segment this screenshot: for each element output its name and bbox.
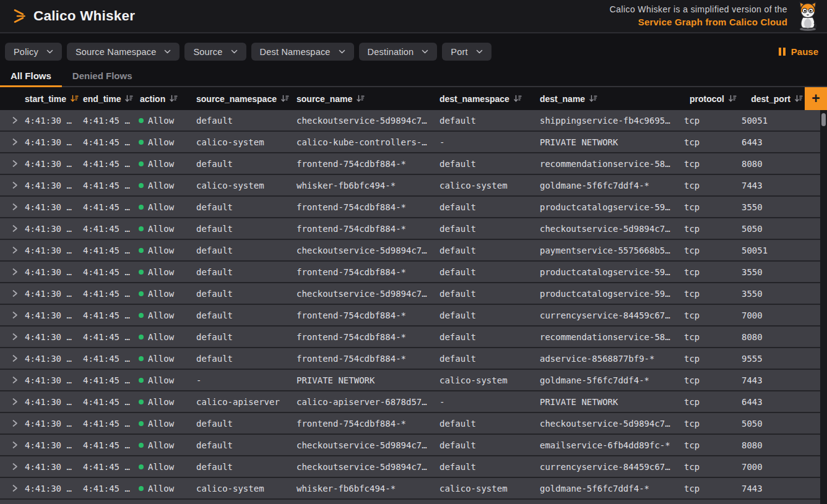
allow-status-dot-icon xyxy=(139,443,144,448)
cell-dest_name: shippingservice-fb4c9695… xyxy=(537,116,682,126)
sort-icon[interactable] xyxy=(589,95,597,103)
sort-icon[interactable] xyxy=(729,95,737,103)
row-expander[interactable] xyxy=(0,116,22,124)
table-row[interactable]: 4:41:30 …4:41:45 …Allowdefaultfrontend-7… xyxy=(0,348,820,370)
cell-action: Allow xyxy=(137,181,194,190)
column-header-start_time[interactable]: start_time xyxy=(22,94,80,104)
row-expander[interactable] xyxy=(0,419,22,427)
row-expander[interactable] xyxy=(0,333,22,341)
row-expander[interactable] xyxy=(0,160,22,168)
sort-icon[interactable] xyxy=(795,95,803,103)
cell-end_time: 4:41:45 … xyxy=(80,246,137,255)
filter-pill-source-namespace[interactable]: Source Namespace xyxy=(67,43,180,61)
cell-dest_namespace: calico-system xyxy=(437,375,537,385)
tab-all-flows[interactable]: All Flows xyxy=(0,66,62,87)
vertical-scrollbar-track[interactable] xyxy=(820,110,827,504)
chevron-right-icon xyxy=(11,181,19,189)
table-row[interactable]: 4:41:30 …4:41:45 …Allowdefaultcheckoutse… xyxy=(0,240,820,262)
cell-source_namespace: default xyxy=(194,116,294,126)
filter-pill-port[interactable]: Port xyxy=(442,43,491,61)
row-expander[interactable] xyxy=(0,311,22,319)
sort-icon[interactable] xyxy=(357,95,365,103)
add-column-button[interactable]: + xyxy=(805,87,827,110)
row-expander[interactable] xyxy=(0,203,22,211)
cell-dest_name: goldmane-5f6fc7ddf4-* xyxy=(537,181,682,190)
column-header-source_name[interactable]: source_name xyxy=(294,94,437,104)
cell-end_time: 4:41:45 … xyxy=(80,462,137,472)
table-row[interactable]: 4:41:30 …4:41:45 …Allowdefaultcheckoutse… xyxy=(0,283,820,305)
vertical-scrollbar-thumb[interactable] xyxy=(821,113,826,126)
row-expander[interactable] xyxy=(0,181,22,189)
cell-dest_namespace: default xyxy=(437,310,537,320)
row-expander[interactable] xyxy=(0,246,22,254)
filter-pill-destination[interactable]: Destination xyxy=(359,43,438,61)
table-row[interactable]: 4:41:30 …4:41:45 …Allowdefaultfrontend-7… xyxy=(0,413,820,435)
column-header-dest_name[interactable]: dest_name xyxy=(537,94,682,104)
table-row[interactable]: 4:41:30 …4:41:45 …Allowcalico-systemwhis… xyxy=(0,478,820,500)
allow-status-dot-icon xyxy=(139,270,144,275)
cell-dest_port: 6443 xyxy=(739,397,820,407)
sort-icon[interactable] xyxy=(125,95,133,103)
action-label: Allow xyxy=(148,181,174,190)
sort-icon[interactable] xyxy=(514,95,522,103)
cell-source_name: frontend-754cdbf884-* xyxy=(294,332,437,342)
table-row[interactable]: 4:41:30 …4:41:45 …Allowcalico-systemcali… xyxy=(0,132,820,153)
chevron-down-icon xyxy=(164,49,171,54)
table-row[interactable]: 4:41:30 …4:41:45 …Allowdefaultfrontend-7… xyxy=(0,305,820,327)
table-row[interactable]: 4:41:30 …4:41:45 …Allow-PRIVATE NETWORKc… xyxy=(0,370,820,391)
action-label: Allow xyxy=(148,289,174,299)
table-row[interactable]: 4:41:30 …4:41:45 …Allowdefaultcheckoutse… xyxy=(0,456,820,478)
column-header-source_namespace[interactable]: source_namespace xyxy=(194,94,294,104)
cell-source_name: checkoutservice-5d9894c7… xyxy=(294,289,437,299)
cell-protocol: tcp xyxy=(682,246,739,255)
column-header-action[interactable]: action xyxy=(137,94,194,104)
cell-dest_name: currencyservice-84459c67… xyxy=(537,310,682,320)
cell-start_time: 4:41:30 … xyxy=(22,375,80,385)
sort-icon[interactable] xyxy=(71,95,79,103)
table-row[interactable]: 4:41:30 …4:41:45 …Allowdefaultfrontend-7… xyxy=(0,153,820,175)
chevron-right-icon xyxy=(11,116,19,124)
column-header-protocol[interactable]: protocol xyxy=(682,94,739,104)
sort-icon[interactable] xyxy=(170,95,178,103)
cell-dest_namespace: default xyxy=(437,419,537,429)
cell-source_name: checkoutservice-5d9894c7… xyxy=(294,116,437,126)
row-expander[interactable] xyxy=(0,376,22,384)
chevron-right-icon xyxy=(11,311,19,319)
row-expander[interactable] xyxy=(0,463,22,471)
row-expander[interactable] xyxy=(0,484,22,492)
chevron-right-icon xyxy=(11,203,19,211)
allow-status-dot-icon xyxy=(139,140,144,145)
cell-dest_port: 7443 xyxy=(739,484,820,493)
cell-dest_namespace: default xyxy=(437,354,537,364)
table-row[interactable]: 4:41:30 …4:41:45 …Allowdefaultfrontend-7… xyxy=(0,262,820,283)
filter-pill-dest-namespace[interactable]: Dest Namespace xyxy=(251,43,354,61)
tab-denied-flows[interactable]: Denied Flows xyxy=(62,66,143,87)
table-row[interactable]: 4:41:30 …4:41:45 …Allowdefaultfrontend-7… xyxy=(0,327,820,348)
cell-source_namespace: calico-apiserver xyxy=(194,397,294,407)
row-expander[interactable] xyxy=(0,354,22,362)
row-expander[interactable] xyxy=(0,289,22,297)
table-row[interactable]: 4:41:30 …4:41:45 …Allowdefaultcheckoutse… xyxy=(0,110,820,132)
row-expander[interactable] xyxy=(0,268,22,276)
row-expander[interactable] xyxy=(0,138,22,146)
table-row[interactable]: 4:41:30 …4:41:45 …Allowdefaultfrontend-7… xyxy=(0,197,820,218)
table-row[interactable]: 4:41:30 …4:41:45 …Allowcalico-systemwhis… xyxy=(0,175,820,197)
row-expander[interactable] xyxy=(0,441,22,449)
cell-dest_port: 50051 xyxy=(739,246,820,255)
table-row[interactable]: 4:41:30 …4:41:45 …Allowdefaultfrontend-7… xyxy=(0,218,820,240)
table-row[interactable]: 4:41:30 …4:41:45 …Allowdefaultcheckoutse… xyxy=(0,435,820,456)
column-header-dest_namespace[interactable]: dest_namespace xyxy=(437,94,537,104)
cell-dest_namespace: calico-system xyxy=(437,181,537,190)
filter-pill-source[interactable]: Source xyxy=(184,43,246,61)
row-expander[interactable] xyxy=(0,398,22,406)
pause-button[interactable]: Pause xyxy=(779,46,818,57)
action-label: Allow xyxy=(148,419,174,429)
table-row[interactable]: 4:41:30 …4:41:45 …Allowcalico-apiserverc… xyxy=(0,391,820,413)
tagline: Calico Whisker is a simplified version o… xyxy=(610,3,787,29)
sort-icon[interactable] xyxy=(281,95,289,103)
filter-pill-policy[interactable]: Policy xyxy=(5,43,62,61)
cell-source_name: whisker-fb6bfc494-* xyxy=(294,484,437,493)
column-header-end_time[interactable]: end_time xyxy=(80,94,137,104)
row-expander[interactable] xyxy=(0,224,22,233)
service-graph-link[interactable]: Service Graph from Calico Cloud xyxy=(610,15,787,29)
